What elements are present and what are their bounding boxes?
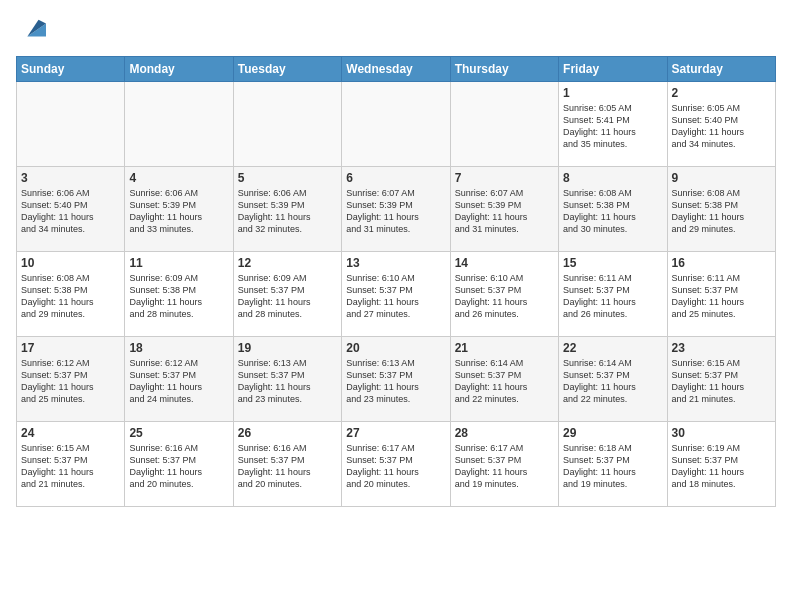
day-info: Sunrise: 6:06 AM Sunset: 5:39 PM Dayligh… [129,187,228,236]
calendar-cell: 19Sunrise: 6:13 AM Sunset: 5:37 PM Dayli… [233,337,341,422]
calendar-cell: 18Sunrise: 6:12 AM Sunset: 5:37 PM Dayli… [125,337,233,422]
day-number: 13 [346,256,445,270]
col-header-friday: Friday [559,57,667,82]
day-number: 29 [563,426,662,440]
calendar-cell: 15Sunrise: 6:11 AM Sunset: 5:37 PM Dayli… [559,252,667,337]
calendar-cell: 3Sunrise: 6:06 AM Sunset: 5:40 PM Daylig… [17,167,125,252]
calendar-cell: 30Sunrise: 6:19 AM Sunset: 5:37 PM Dayli… [667,422,775,507]
day-number: 30 [672,426,771,440]
col-header-wednesday: Wednesday [342,57,450,82]
page-header [16,16,776,44]
calendar-cell: 16Sunrise: 6:11 AM Sunset: 5:37 PM Dayli… [667,252,775,337]
calendar-cell: 23Sunrise: 6:15 AM Sunset: 5:37 PM Dayli… [667,337,775,422]
day-number: 9 [672,171,771,185]
calendar-cell: 24Sunrise: 6:15 AM Sunset: 5:37 PM Dayli… [17,422,125,507]
day-info: Sunrise: 6:08 AM Sunset: 5:38 PM Dayligh… [21,272,120,321]
calendar-cell [342,82,450,167]
day-number: 16 [672,256,771,270]
calendar-cell [450,82,558,167]
calendar-cell: 6Sunrise: 6:07 AM Sunset: 5:39 PM Daylig… [342,167,450,252]
calendar-cell: 5Sunrise: 6:06 AM Sunset: 5:39 PM Daylig… [233,167,341,252]
day-info: Sunrise: 6:14 AM Sunset: 5:37 PM Dayligh… [455,357,554,406]
calendar-cell: 17Sunrise: 6:12 AM Sunset: 5:37 PM Dayli… [17,337,125,422]
calendar-cell [17,82,125,167]
day-number: 8 [563,171,662,185]
day-info: Sunrise: 6:09 AM Sunset: 5:37 PM Dayligh… [238,272,337,321]
day-number: 7 [455,171,554,185]
day-info: Sunrise: 6:08 AM Sunset: 5:38 PM Dayligh… [563,187,662,236]
calendar-cell: 29Sunrise: 6:18 AM Sunset: 5:37 PM Dayli… [559,422,667,507]
day-number: 20 [346,341,445,355]
logo [16,16,46,44]
day-info: Sunrise: 6:11 AM Sunset: 5:37 PM Dayligh… [563,272,662,321]
day-info: Sunrise: 6:15 AM Sunset: 5:37 PM Dayligh… [672,357,771,406]
day-info: Sunrise: 6:06 AM Sunset: 5:40 PM Dayligh… [21,187,120,236]
calendar-cell [233,82,341,167]
calendar-cell: 2Sunrise: 6:05 AM Sunset: 5:40 PM Daylig… [667,82,775,167]
day-info: Sunrise: 6:19 AM Sunset: 5:37 PM Dayligh… [672,442,771,491]
day-info: Sunrise: 6:08 AM Sunset: 5:38 PM Dayligh… [672,187,771,236]
day-number: 5 [238,171,337,185]
day-number: 17 [21,341,120,355]
day-info: Sunrise: 6:14 AM Sunset: 5:37 PM Dayligh… [563,357,662,406]
calendar-week-3: 10Sunrise: 6:08 AM Sunset: 5:38 PM Dayli… [17,252,776,337]
day-info: Sunrise: 6:17 AM Sunset: 5:37 PM Dayligh… [346,442,445,491]
day-number: 19 [238,341,337,355]
calendar-cell: 14Sunrise: 6:10 AM Sunset: 5:37 PM Dayli… [450,252,558,337]
calendar-week-2: 3Sunrise: 6:06 AM Sunset: 5:40 PM Daylig… [17,167,776,252]
day-number: 10 [21,256,120,270]
day-info: Sunrise: 6:10 AM Sunset: 5:37 PM Dayligh… [455,272,554,321]
logo-icon [18,16,46,44]
calendar-cell: 9Sunrise: 6:08 AM Sunset: 5:38 PM Daylig… [667,167,775,252]
calendar-cell: 11Sunrise: 6:09 AM Sunset: 5:38 PM Dayli… [125,252,233,337]
day-info: Sunrise: 6:16 AM Sunset: 5:37 PM Dayligh… [129,442,228,491]
calendar-cell: 25Sunrise: 6:16 AM Sunset: 5:37 PM Dayli… [125,422,233,507]
day-number: 26 [238,426,337,440]
day-number: 11 [129,256,228,270]
day-number: 22 [563,341,662,355]
col-header-tuesday: Tuesday [233,57,341,82]
calendar-cell: 4Sunrise: 6:06 AM Sunset: 5:39 PM Daylig… [125,167,233,252]
day-info: Sunrise: 6:05 AM Sunset: 5:41 PM Dayligh… [563,102,662,151]
calendar-cell: 20Sunrise: 6:13 AM Sunset: 5:37 PM Dayli… [342,337,450,422]
day-number: 27 [346,426,445,440]
calendar-cell: 8Sunrise: 6:08 AM Sunset: 5:38 PM Daylig… [559,167,667,252]
day-number: 15 [563,256,662,270]
day-info: Sunrise: 6:10 AM Sunset: 5:37 PM Dayligh… [346,272,445,321]
day-number: 14 [455,256,554,270]
calendar-cell [125,82,233,167]
day-info: Sunrise: 6:06 AM Sunset: 5:39 PM Dayligh… [238,187,337,236]
calendar-week-5: 24Sunrise: 6:15 AM Sunset: 5:37 PM Dayli… [17,422,776,507]
calendar-cell: 27Sunrise: 6:17 AM Sunset: 5:37 PM Dayli… [342,422,450,507]
calendar-cell: 26Sunrise: 6:16 AM Sunset: 5:37 PM Dayli… [233,422,341,507]
day-number: 24 [21,426,120,440]
day-number: 2 [672,86,771,100]
day-info: Sunrise: 6:12 AM Sunset: 5:37 PM Dayligh… [129,357,228,406]
day-number: 3 [21,171,120,185]
calendar-cell: 12Sunrise: 6:09 AM Sunset: 5:37 PM Dayli… [233,252,341,337]
day-info: Sunrise: 6:11 AM Sunset: 5:37 PM Dayligh… [672,272,771,321]
day-info: Sunrise: 6:05 AM Sunset: 5:40 PM Dayligh… [672,102,771,151]
calendar-cell: 13Sunrise: 6:10 AM Sunset: 5:37 PM Dayli… [342,252,450,337]
day-number: 25 [129,426,228,440]
day-number: 4 [129,171,228,185]
calendar-cell: 28Sunrise: 6:17 AM Sunset: 5:37 PM Dayli… [450,422,558,507]
calendar-table: SundayMondayTuesdayWednesdayThursdayFrid… [16,56,776,507]
calendar-cell: 10Sunrise: 6:08 AM Sunset: 5:38 PM Dayli… [17,252,125,337]
day-info: Sunrise: 6:16 AM Sunset: 5:37 PM Dayligh… [238,442,337,491]
col-header-saturday: Saturday [667,57,775,82]
day-number: 1 [563,86,662,100]
calendar-header-row: SundayMondayTuesdayWednesdayThursdayFrid… [17,57,776,82]
day-number: 28 [455,426,554,440]
day-info: Sunrise: 6:17 AM Sunset: 5:37 PM Dayligh… [455,442,554,491]
day-info: Sunrise: 6:18 AM Sunset: 5:37 PM Dayligh… [563,442,662,491]
calendar-cell: 1Sunrise: 6:05 AM Sunset: 5:41 PM Daylig… [559,82,667,167]
day-number: 21 [455,341,554,355]
day-number: 12 [238,256,337,270]
day-info: Sunrise: 6:13 AM Sunset: 5:37 PM Dayligh… [238,357,337,406]
calendar-cell: 22Sunrise: 6:14 AM Sunset: 5:37 PM Dayli… [559,337,667,422]
col-header-thursday: Thursday [450,57,558,82]
day-number: 23 [672,341,771,355]
day-info: Sunrise: 6:07 AM Sunset: 5:39 PM Dayligh… [346,187,445,236]
day-info: Sunrise: 6:15 AM Sunset: 5:37 PM Dayligh… [21,442,120,491]
